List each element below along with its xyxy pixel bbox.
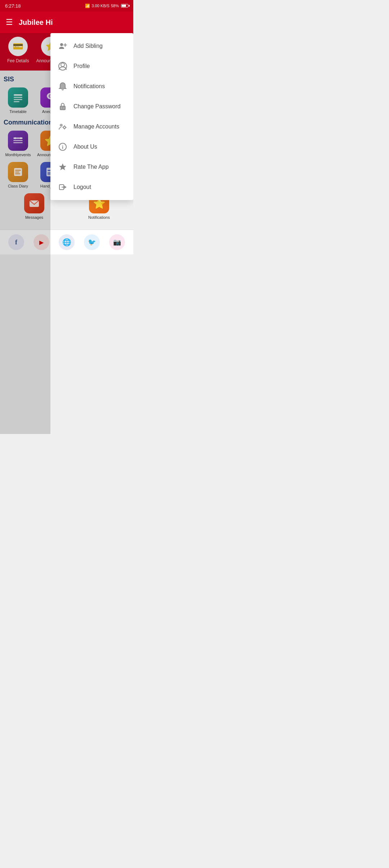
rate-app-icon bbox=[58, 162, 68, 172]
dropdown-dim-overlay bbox=[0, 33, 50, 434]
dropdown-change-password[interactable]: Change Password bbox=[50, 96, 133, 117]
signal-icon: 📶 bbox=[85, 4, 90, 8]
dropdown-about-us[interactable]: About Us bbox=[50, 137, 133, 157]
status-time: 6:27:18 bbox=[5, 3, 21, 9]
website-icon: 🌐 bbox=[62, 238, 71, 247]
battery-icon bbox=[121, 4, 128, 8]
dropdown-manage-accounts[interactable]: Manage Accounts bbox=[50, 117, 133, 137]
app-title: Jubilee Hi bbox=[19, 18, 53, 27]
status-right: 📶 3.00 KB/S 58% bbox=[85, 4, 128, 8]
hamburger-menu[interactable]: ☰ bbox=[6, 18, 13, 27]
svg-point-41 bbox=[60, 43, 63, 46]
add-sibling-label: Add Sibling bbox=[73, 43, 103, 49]
add-sibling-icon bbox=[58, 41, 68, 51]
svg-point-49 bbox=[60, 124, 63, 127]
svg-marker-54 bbox=[59, 163, 66, 170]
status-bar: 6:27:18 📶 3.00 KB/S 58% bbox=[0, 0, 133, 12]
about-us-icon bbox=[58, 142, 68, 152]
svg-point-53 bbox=[62, 145, 63, 146]
svg-point-44 bbox=[61, 63, 64, 67]
twitter-icon: 🐦 bbox=[88, 238, 96, 246]
dropdown-logout[interactable]: Logout bbox=[50, 177, 133, 197]
dropdown-add-sibling[interactable]: Add Sibling bbox=[50, 36, 133, 56]
notifications-icon bbox=[58, 81, 68, 91]
profile-label: Profile bbox=[73, 63, 90, 69]
dropdown-notifications[interactable]: Notifications bbox=[50, 76, 133, 96]
battery-percent: 58% bbox=[111, 4, 119, 8]
rate-app-label: Rate The App bbox=[73, 164, 109, 170]
manage-accounts-label: Manage Accounts bbox=[73, 123, 119, 130]
change-password-label: Change Password bbox=[73, 103, 121, 110]
logout-icon bbox=[58, 182, 68, 192]
instagram-button[interactable]: 📷 bbox=[109, 234, 125, 250]
profile-icon bbox=[58, 61, 68, 71]
about-us-label: About Us bbox=[73, 144, 97, 150]
instagram-icon: 📷 bbox=[113, 238, 121, 246]
website-button[interactable]: 🌐 bbox=[59, 234, 75, 250]
twitter-button[interactable]: 🐦 bbox=[84, 234, 100, 250]
dropdown-menu: Add Sibling Profile Notifications bbox=[50, 33, 133, 200]
notifications-label: Notifications bbox=[73, 83, 105, 90]
logout-label: Logout bbox=[73, 184, 91, 190]
change-password-icon bbox=[58, 101, 68, 112]
app-header: ☰ Jubilee Hi bbox=[0, 12, 133, 33]
signal-speed: 3.00 KB/S bbox=[91, 4, 109, 8]
svg-point-50 bbox=[63, 126, 66, 128]
dropdown-profile[interactable]: Profile bbox=[50, 56, 133, 76]
svg-point-47 bbox=[62, 108, 63, 109]
manage-accounts-icon bbox=[58, 122, 68, 132]
dropdown-rate-app[interactable]: Rate The App bbox=[50, 157, 133, 177]
notifications2-label: Notifications bbox=[88, 215, 110, 220]
